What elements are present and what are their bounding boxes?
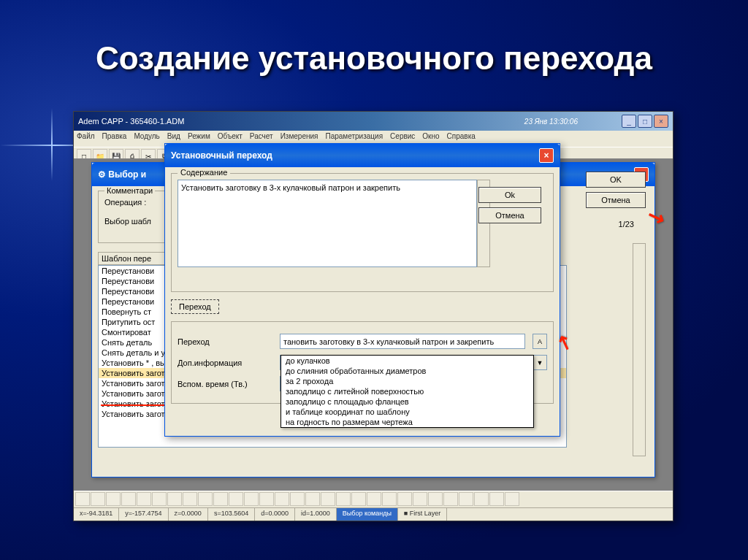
scrollbar[interactable] <box>633 243 646 456</box>
status-d: d=0.0000 <box>255 508 295 521</box>
window-controls: _ □ × <box>622 115 668 128</box>
close-icon[interactable]: × <box>539 148 554 163</box>
bt-icon[interactable] <box>428 492 443 506</box>
bt-icon[interactable] <box>167 492 182 506</box>
slide-title: Создание установочного перехода <box>0 0 748 77</box>
status-z: z=0.0000 <box>169 508 208 521</box>
bt-icon[interactable] <box>505 492 519 506</box>
bt-icon[interactable] <box>290 492 305 506</box>
perehod-dialog: Установочный переход × Содержание Ok Отм… <box>164 143 560 437</box>
perehod-input[interactable] <box>280 334 525 349</box>
bt-icon[interactable] <box>382 492 397 506</box>
close-button[interactable]: × <box>654 115 668 128</box>
dropdown-icon[interactable]: ▼ <box>533 355 547 370</box>
column-header: Шаблон пере <box>98 252 169 265</box>
bt-icon[interactable] <box>351 492 366 506</box>
a-button[interactable]: А <box>533 334 547 349</box>
cancel-button[interactable]: Отмена <box>586 192 646 208</box>
menu-module[interactable]: Модуль <box>134 132 159 145</box>
bt-icon[interactable] <box>305 492 320 506</box>
menu-file[interactable]: Файл <box>77 132 95 145</box>
status-y: y=-157.4754 <box>119 508 168 521</box>
bt-icon[interactable] <box>91 492 105 506</box>
bt-icon[interactable] <box>137 492 151 506</box>
gear-icon: ⚙ <box>98 169 106 180</box>
statusbar: x=-94.3181 y=-157.4754 z=0.0000 s=103.56… <box>74 507 673 521</box>
vybor-buttons: OK Отмена <box>586 172 646 208</box>
status-s: s=103.5604 <box>208 508 255 521</box>
counter: 1/23 <box>619 220 634 229</box>
perehod-titlebar: Установочный переход × <box>165 144 560 167</box>
content-label: Содержание <box>178 168 230 177</box>
comment-group: Комментари Операция : Выбор шабл <box>98 191 173 243</box>
vspom-label: Вспом. время (Тв.) <box>178 380 272 388</box>
ok-button[interactable]: OK <box>586 172 646 188</box>
bt-icon[interactable] <box>259 492 274 506</box>
dropdown-option[interactable]: на годность по размерам чертежа <box>281 417 533 427</box>
vybor-title: Выбор и <box>108 169 146 180</box>
dopinfo-label: Доп.информация <box>178 358 272 367</box>
minimize-button[interactable]: _ <box>622 115 636 128</box>
perehod-row: Переход А <box>178 334 547 349</box>
perehod-title: Установочный переход <box>171 150 272 161</box>
bt-icon[interactable] <box>413 492 427 506</box>
bt-icon[interactable] <box>198 492 213 506</box>
bt-icon[interactable] <box>489 492 504 506</box>
bt-icon[interactable] <box>121 492 136 506</box>
status-cmd: Выбор команды <box>337 508 398 521</box>
status-id: id=1.0000 <box>295 508 337 521</box>
bt-icon[interactable] <box>459 492 473 506</box>
bt-icon[interactable] <box>321 492 335 506</box>
dropdown-option[interactable]: заподлицо с литейной поверхностью <box>281 386 533 396</box>
app-title: Adem CAPP - 365460-1.ADM <box>78 117 184 126</box>
app-datetime: 23 Янв 13:30:06 <box>524 118 578 126</box>
bt-icon[interactable] <box>75 492 90 506</box>
status-layer: ■ First Layer <box>398 508 447 521</box>
bt-icon[interactable] <box>336 492 351 506</box>
app-titlebar: Adem CAPP - 365460-1.ADM 23 Янв 13:30:06… <box>74 112 673 131</box>
template-select-label: Выбор шабл <box>104 217 167 226</box>
dopinfo-dropdown[interactable]: до кулачков до слияния обработанных диам… <box>280 355 534 428</box>
bottom-toolbar <box>74 491 673 507</box>
dropdown-option[interactable]: за 2 прохода <box>281 376 533 386</box>
menu-edit[interactable]: Правка <box>102 132 127 145</box>
ok-button[interactable]: Ok <box>478 187 541 203</box>
dropdown-option[interactable]: и таблице координат по шаблону <box>281 407 533 417</box>
dropdown-option[interactable]: заподлицо с площадью фланцев <box>281 396 533 407</box>
bt-icon[interactable] <box>275 492 289 506</box>
bt-icon[interactable] <box>474 492 489 506</box>
content-textarea[interactable] <box>178 180 477 267</box>
bt-icon[interactable] <box>152 492 167 506</box>
operation-label: Операция : <box>104 198 167 207</box>
perehod-buttons: Ok Отмена <box>478 187 541 223</box>
content-fieldset: Содержание Ok Отмена <box>171 173 554 292</box>
cancel-button[interactable]: Отмена <box>478 207 541 223</box>
maximize-button[interactable]: □ <box>638 115 652 128</box>
bt-icon[interactable] <box>106 492 121 506</box>
bt-icon[interactable] <box>397 492 412 506</box>
bt-icon[interactable] <box>443 492 458 506</box>
comment-label: Комментари <box>104 186 155 195</box>
dropdown-option[interactable]: до слияния обработанных диаметров <box>281 366 533 376</box>
status-x: x=-94.3181 <box>74 508 119 521</box>
bt-icon[interactable] <box>244 492 259 506</box>
bt-icon[interactable] <box>213 492 228 506</box>
bt-icon[interactable] <box>229 492 243 506</box>
perehod-body: Содержание Ok Отмена Переход Переход А Д… <box>165 167 560 410</box>
perehod-label: Переход <box>178 337 272 346</box>
bt-icon[interactable] <box>367 492 381 506</box>
perehod-tab[interactable]: Переход <box>171 299 219 314</box>
dropdown-option[interactable]: до кулачков <box>281 356 533 366</box>
bt-icon[interactable] <box>183 492 197 506</box>
